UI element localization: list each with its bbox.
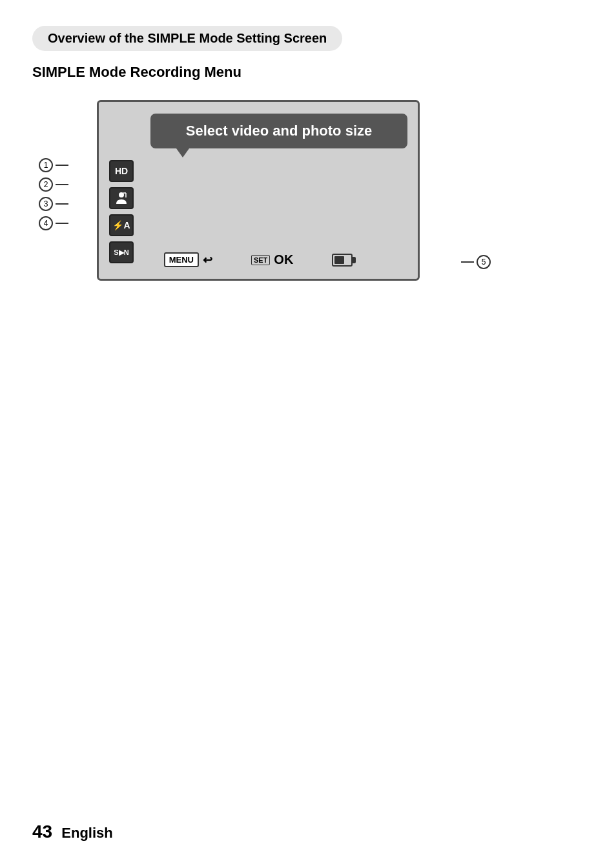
page-container: Overview of the SIMPLE Mode Setting Scre… <box>0 0 616 307</box>
callout-5: 5 <box>477 255 491 269</box>
page-number: 43 <box>32 822 52 842</box>
menu-button: MENU ↩ <box>164 252 212 267</box>
flash-icon: ⚡A <box>109 214 134 236</box>
title-banner-text: Overview of the SIMPLE Mode Setting Scre… <box>48 31 327 45</box>
callout-1: 1 <box>39 158 53 172</box>
hd-label: HD <box>115 166 128 176</box>
callout-numbers-left: 1 2 3 4 <box>39 158 68 230</box>
callout-3: 3 <box>39 197 53 211</box>
callout-1-line: 1 <box>39 158 68 172</box>
menu-icons: HD ⚡A S▶N <box>109 160 134 263</box>
camera-screen: Select video and photo size HD <box>97 100 420 281</box>
callout-3-connector <box>56 203 68 205</box>
bottom-bar: MENU ↩ SET OK <box>99 252 418 267</box>
battery-fill <box>334 256 344 264</box>
menu-btn-label: MENU <box>164 252 199 267</box>
ok-label: OK <box>274 252 293 267</box>
set-label: SET <box>251 255 270 265</box>
callout-4-connector <box>56 223 68 224</box>
callout-2-line: 2 <box>39 177 68 192</box>
svg-point-0 <box>119 192 124 197</box>
tooltip-text: Select video and photo size <box>186 123 373 139</box>
callout-5-line: 5 <box>461 255 491 269</box>
person-icon <box>109 187 134 209</box>
callout-4: 4 <box>39 216 53 230</box>
callout-3-line: 3 <box>39 197 68 211</box>
page-footer: 43 English <box>32 822 113 842</box>
tooltip-bubble: Select video and photo size <box>150 114 407 148</box>
section-title: SIMPLE Mode Recording Menu <box>32 64 584 81</box>
hd-icon: HD <box>109 160 134 182</box>
callout-2-connector <box>56 184 68 185</box>
callout-1-connector <box>56 165 68 166</box>
footer-language: English <box>61 825 112 841</box>
callout-5-connector <box>461 261 474 263</box>
return-arrow-icon: ↩ <box>203 253 212 267</box>
diagram-wrapper: 1 2 3 4 Select video and photo size <box>71 100 458 281</box>
callout-2: 2 <box>39 177 53 192</box>
person-svg <box>114 191 128 205</box>
battery-icon <box>332 254 353 267</box>
callout-4-line: 4 <box>39 216 68 230</box>
ok-button: SET OK <box>251 252 293 267</box>
flash-label: ⚡A <box>112 220 130 230</box>
section-title-text: SIMPLE Mode Recording Menu <box>32 64 241 80</box>
title-banner: Overview of the SIMPLE Mode Setting Scre… <box>32 26 342 51</box>
